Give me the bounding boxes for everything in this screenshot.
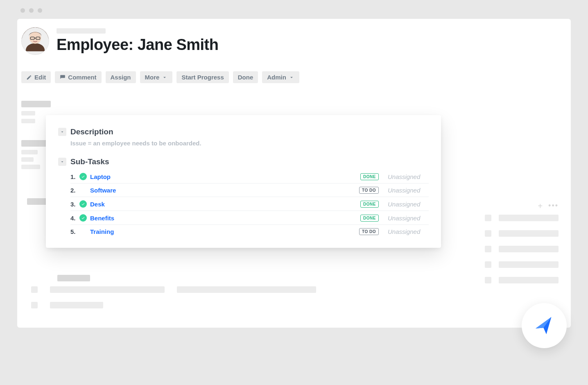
subtasks-list: 1.LaptopDONEUnassigned2.SoftwareTO DOUna…: [70, 170, 429, 238]
status-badge-todo: TO DO: [359, 228, 379, 235]
status-badge-done: DONE: [360, 215, 379, 222]
done-label: Done: [238, 74, 253, 81]
plus-icon[interactable]: +: [538, 202, 543, 210]
description-title: Description: [70, 127, 113, 136]
assign-button[interactable]: Assign: [106, 71, 136, 83]
task-number: 3.: [70, 201, 79, 208]
check-icon: [79, 200, 87, 208]
collapse-toggle[interactable]: [58, 158, 66, 166]
task-assignee: Unassigned: [388, 228, 429, 235]
content-window: Employee: Jane Smith Edit Comment Assign…: [17, 19, 571, 328]
task-meta: DONEUnassigned: [360, 215, 429, 222]
subtasks-header[interactable]: Sub-Tasks: [58, 157, 429, 166]
window-dot: [38, 8, 42, 13]
send-icon: [533, 314, 556, 337]
assign-label: Assign: [111, 74, 131, 81]
task-number: 1.: [70, 173, 79, 180]
task-assignee: Unassigned: [388, 187, 429, 194]
skeleton: [21, 157, 34, 162]
skeleton: [21, 119, 35, 123]
page-header: Employee: Jane Smith: [21, 27, 218, 55]
description-text: Issue = an employee needs to be onboarde…: [70, 140, 429, 147]
avatar: [21, 27, 49, 55]
edit-button[interactable]: Edit: [21, 71, 51, 83]
breadcrumb-placeholder: [57, 28, 106, 34]
comment-icon: [60, 75, 66, 80]
status-badge-done: DONE: [360, 173, 379, 180]
task-number: 4.: [70, 215, 79, 222]
check-icon: [79, 173, 87, 180]
bottom-skeleton: [31, 275, 342, 317]
task-link[interactable]: Benefits: [90, 215, 114, 222]
task-meta: DONEUnassigned: [360, 201, 429, 208]
task-assignee: Unassigned: [388, 215, 429, 222]
skeleton: [21, 165, 40, 169]
more-icon[interactable]: •••: [548, 202, 559, 210]
task-meta: TO DOUnassigned: [359, 228, 429, 235]
skeleton: [21, 101, 51, 107]
task-row[interactable]: 5.TrainingTO DOUnassigned: [70, 225, 429, 238]
more-label: More: [145, 74, 160, 81]
more-button[interactable]: More: [140, 71, 173, 83]
comment-label: Comment: [68, 74, 96, 81]
chevron-down-icon: [289, 75, 294, 80]
admin-label: Admin: [267, 74, 286, 81]
start-progress-label: Start Progress: [181, 74, 224, 81]
chevron-down-icon: [60, 159, 65, 164]
task-link[interactable]: Desk: [90, 201, 105, 208]
task-link[interactable]: Training: [90, 228, 114, 235]
window-dot: [29, 8, 34, 13]
done-button[interactable]: Done: [233, 71, 258, 83]
card-actions: + •••: [538, 202, 559, 210]
detail-card: Description Issue = an employee needs to…: [46, 115, 441, 248]
task-link[interactable]: Laptop: [90, 173, 111, 180]
task-row[interactable]: 1.LaptopDONEUnassigned: [70, 170, 429, 183]
task-number: 5.: [70, 228, 79, 235]
sidebar-skeleton: [485, 215, 559, 292]
skeleton: [21, 111, 35, 116]
start-progress-button[interactable]: Start Progress: [176, 71, 228, 83]
app-frame: Employee: Jane Smith Edit Comment Assign…: [5, 0, 583, 365]
window-controls: [20, 8, 42, 13]
pencil-icon: [26, 75, 32, 80]
toolbar: Edit Comment Assign More Start Progress …: [21, 71, 299, 83]
admin-button[interactable]: Admin: [262, 71, 299, 83]
brand-fab[interactable]: [522, 303, 567, 348]
task-link[interactable]: Software: [90, 187, 116, 194]
task-row[interactable]: 3.DeskDONEUnassigned: [70, 197, 429, 211]
description-header[interactable]: Description: [58, 127, 429, 136]
status-badge-done: DONE: [360, 201, 379, 208]
task-meta: TO DOUnassigned: [359, 187, 429, 194]
task-row[interactable]: 4.BenefitsDONEUnassigned: [70, 211, 429, 225]
task-row[interactable]: 2.SoftwareTO DOUnassigned: [70, 183, 429, 197]
check-icon: [79, 214, 87, 222]
task-number: 2.: [70, 187, 79, 194]
edit-label: Edit: [34, 74, 46, 81]
collapse-toggle[interactable]: [58, 128, 66, 136]
status-badge-todo: TO DO: [359, 187, 379, 194]
skeleton: [21, 150, 38, 154]
task-meta: DONEUnassigned: [360, 173, 429, 180]
comment-button[interactable]: Comment: [55, 71, 101, 83]
chevron-down-icon: [60, 129, 65, 134]
page-title: Employee: Jane Smith: [57, 36, 218, 54]
task-assignee: Unassigned: [388, 201, 429, 208]
subtasks-title: Sub-Tasks: [70, 157, 109, 166]
window-dot: [20, 8, 25, 13]
task-assignee: Unassigned: [388, 173, 429, 180]
chevron-down-icon: [162, 75, 167, 80]
